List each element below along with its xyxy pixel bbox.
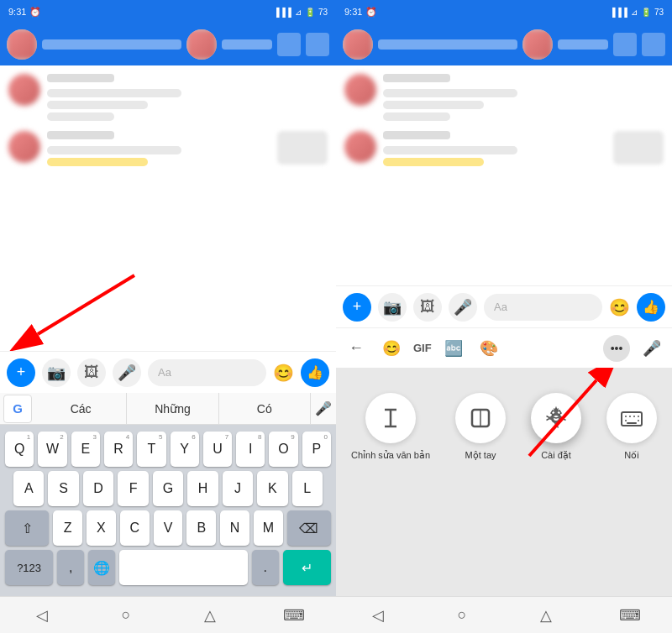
key-u[interactable]: 7U [203,432,232,467]
message-placeholder-right: Aa [494,301,507,313]
key-r[interactable]: 4R [104,432,133,467]
photo-button[interactable]: 🖼 [77,358,106,387]
nav-avatar-2 [186,29,217,60]
time-display: 9:31 [8,7,26,17]
more-toolbar-button[interactable]: ••• [603,335,630,362]
key-shift[interactable]: ⇧ [5,510,49,546]
settings-icon [543,405,570,432]
chat-area-left [0,65,336,351]
key-backspace[interactable]: ⌫ [287,510,331,546]
nav-home-btn-right[interactable]: ○ [449,603,475,628]
message-input-right[interactable]: Aa [484,294,602,321]
key-c[interactable]: C [120,510,150,546]
emoji-button-right[interactable]: 😊 [609,297,630,317]
icon-settings[interactable] [531,393,581,443]
message-input-left[interactable]: Aa [148,359,266,386]
key-s[interactable]: S [48,471,78,506]
key-b[interactable]: B [186,510,216,546]
key-o[interactable]: 9O [269,432,297,467]
key-d[interactable]: D [83,471,113,506]
key-f[interactable]: F [118,471,148,506]
nav-back-btn-right[interactable]: ◁ [365,603,391,628]
mic-button[interactable]: 🎤 [113,358,141,387]
nav-sub-title [222,39,272,50]
key-sym[interactable]: ?123 [5,550,53,585]
key-y[interactable]: 6Y [171,432,199,467]
nav-icon-box-r1 [613,33,637,56]
suggestion-word-1[interactable]: Các [35,393,127,424]
photo-button-right[interactable]: 🖼 [413,293,442,322]
nav-recents-btn-right[interactable]: △ [533,603,559,628]
key-k[interactable]: K [257,471,287,506]
suggestion-word-3[interactable]: Có [219,393,311,424]
nav-icon-box-1 [277,33,301,56]
status-icons: ▐▐▐ ⊿ 🔋 73 [274,8,328,17]
key-comma[interactable]: , [57,550,84,585]
mic-button-right[interactable]: 🎤 [449,293,477,322]
key-x[interactable]: X [87,510,116,546]
battery-level: 73 [318,8,328,17]
translate-toolbar-icon[interactable]: 🔤 [440,335,467,362]
chat-avatar-2 [8,131,40,163]
icon-keyboard[interactable] [606,393,657,443]
suggestion-mic[interactable]: 🎤 [311,400,336,416]
key-z[interactable]: Z [53,510,82,546]
bottom-nav-left: ◁ ○ △ ⌨ [0,596,336,633]
key-row-1: 1Q 2W 3E 4R 5T 6Y 7U 8I 9O 0P [5,432,331,467]
num-hint-e: 3 [92,433,96,441]
chat-bubble-2b [47,158,148,166]
key-q[interactable]: 1Q [5,432,34,467]
key-a[interactable]: A [13,471,44,506]
key-v[interactable]: V [154,510,183,546]
alarm-icon-right: ⏰ [365,7,377,18]
palette-toolbar-icon[interactable]: 🎨 [475,335,502,362]
emoji-toolbar-icon[interactable]: 😊 [378,335,405,362]
chat-msg-2 [8,131,328,166]
nav-back-btn[interactable]: ◁ [29,603,55,628]
key-enter[interactable]: ↵ [283,550,331,585]
add-button[interactable]: + [7,358,35,387]
emoji-button-left[interactable]: 😊 [273,363,294,383]
like-button-left[interactable]: 👍 [301,358,329,387]
nav-home-btn[interactable]: ○ [113,603,139,628]
nav-keyboard-btn[interactable]: ⌨ [281,603,307,628]
key-h[interactable]: H [187,471,218,506]
key-m[interactable]: M [254,510,283,546]
key-p[interactable]: 0P [302,432,331,467]
google-g-label: G [13,401,23,416]
camera-button[interactable]: 📷 [42,358,71,387]
nav-recents-btn[interactable]: △ [197,603,223,628]
back-toolbar-icon[interactable]: ← [343,335,370,362]
signal-icon-right: ▐▐▐ [610,8,627,17]
nav-title [42,39,181,50]
key-l[interactable]: L [292,471,323,506]
key-i[interactable]: 8I [236,432,265,467]
alarm-icon: ⏰ [29,7,41,18]
icon-text-cursor[interactable] [365,393,416,443]
chat-msg-r1 [344,74,664,121]
suggestion-word-2[interactable]: Những [127,393,218,424]
key-g[interactable]: G [153,471,183,506]
num-hint-o: 9 [291,433,294,441]
icon-one-hand[interactable] [455,393,506,443]
like-button-right[interactable]: 👍 [637,293,665,322]
key-space[interactable] [119,550,248,585]
mic-toolbar-icon[interactable]: 🎤 [638,335,665,362]
camera-button-right[interactable]: 📷 [378,293,407,322]
key-t[interactable]: 5T [137,432,165,467]
key-n[interactable]: N [220,510,249,546]
key-period[interactable]: . [252,550,279,585]
red-arrow-left-svg [0,233,336,351]
key-j[interactable]: J [223,471,253,506]
chat-bubbles-2 [47,131,267,166]
nav-keyboard-btn-right[interactable]: ⌨ [617,603,643,628]
key-e[interactable]: 3E [71,432,100,467]
message-bar-left: + 📷 🖼 🎤 Aa 😊 👍 [0,351,336,393]
google-g-icon[interactable]: G [3,395,32,423]
nav-avatar-1 [7,29,37,60]
gif-toolbar-label[interactable]: GIF [413,342,432,354]
key-w[interactable]: 2W [38,432,66,467]
icon-item-one-hand: Một tay [455,393,506,461]
add-button-right[interactable]: + [343,293,371,322]
key-globe[interactable]: 🌐 [88,550,115,585]
